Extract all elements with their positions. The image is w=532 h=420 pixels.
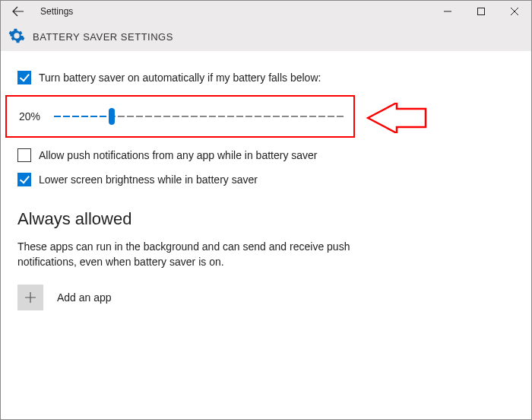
window: Settings BATTERY SAVER SETTINGS Turn bat… — [0, 0, 532, 420]
minimize-button[interactable] — [431, 1, 464, 22]
gear-icon — [8, 27, 25, 46]
content: Turn battery saver on automatically if m… — [1, 51, 531, 419]
close-button[interactable] — [498, 1, 531, 22]
threshold-box: 20% — [5, 95, 355, 138]
checkbox-lower-brightness[interactable] — [17, 173, 31, 186]
header: BATTERY SAVER SETTINGS — [1, 22, 531, 51]
window-buttons — [431, 1, 531, 22]
label-lower-brightness: Lower screen brightness while in battery… — [39, 173, 258, 186]
add-app-label: Add an app — [57, 291, 112, 304]
checkbox-allow-push[interactable] — [17, 148, 31, 162]
always-allowed-description: These apps can run in the background and… — [17, 240, 367, 269]
maximize-button[interactable] — [464, 1, 498, 22]
always-allowed-heading: Always allowed — [17, 209, 515, 229]
threshold-percent: 20% — [19, 110, 43, 123]
slider-thumb[interactable] — [109, 108, 115, 125]
plus-icon — [24, 291, 36, 304]
slider-fill — [54, 116, 112, 117]
option-lower-brightness: Lower screen brightness while in battery… — [17, 173, 515, 186]
svg-rect-1 — [478, 8, 485, 15]
page-title: BATTERY SAVER SETTINGS — [33, 31, 173, 43]
titlebar: Settings — [1, 1, 531, 22]
callout-arrow-icon — [366, 103, 427, 133]
label-allow-push: Allow push notifications from any app wh… — [39, 149, 318, 161]
threshold-highlight: 20% — [5, 95, 515, 138]
add-app-button[interactable] — [17, 285, 43, 310]
checkbox-auto-on[interactable] — [17, 71, 31, 84]
window-title: Settings — [36, 6, 431, 17]
option-auto-on: Turn battery saver on automatically if m… — [17, 71, 515, 84]
label-auto-on: Turn battery saver on automatically if m… — [39, 72, 321, 84]
add-app-row: Add an app — [17, 285, 515, 310]
option-allow-push: Allow push notifications from any app wh… — [17, 148, 515, 162]
threshold-slider[interactable] — [54, 115, 344, 118]
back-button[interactable] — [1, 5, 36, 18]
